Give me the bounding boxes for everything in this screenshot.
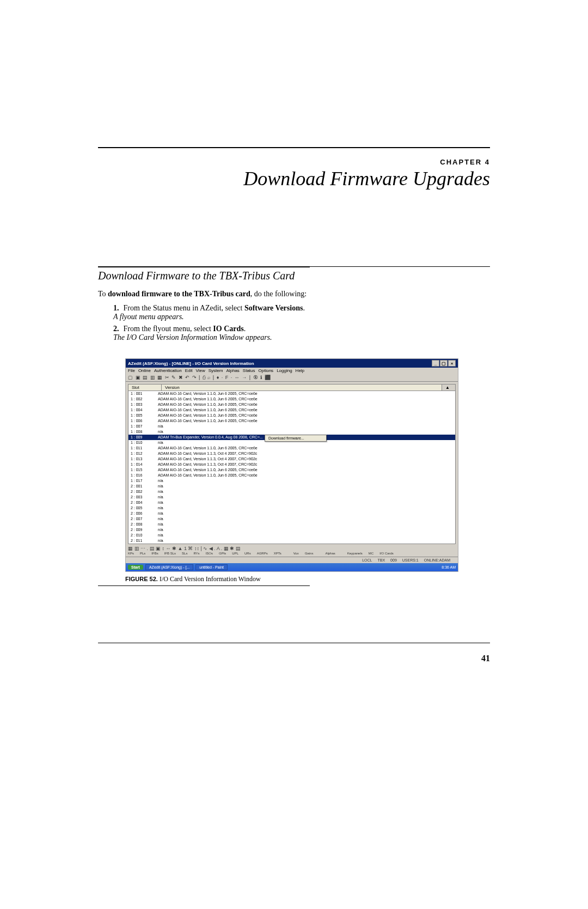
table-row[interactable]: 2 : 008n/a bbox=[128, 522, 455, 527]
menu-item[interactable]: Help bbox=[296, 368, 304, 373]
toolbar-label: SLs bbox=[182, 552, 187, 555]
cell-slot: 1 : 016 bbox=[131, 473, 158, 478]
minimize-button[interactable]: _ bbox=[432, 360, 439, 367]
table-row[interactable]: 1 : 014ADAM AIO-16 Card, Version 1.1.3, … bbox=[128, 462, 455, 467]
step-text-end: . bbox=[244, 325, 246, 333]
cell-version: n/a bbox=[158, 500, 453, 505]
toolbar-label: IFB SLs bbox=[164, 552, 176, 555]
table-row[interactable]: 2 : 005n/a bbox=[128, 505, 455, 511]
menu-item[interactable]: Authentication bbox=[154, 368, 182, 373]
close-button[interactable]: × bbox=[448, 360, 456, 367]
table-row[interactable]: 1 : 004ADAM AIO-16 Card, Version 1.1.0, … bbox=[128, 407, 455, 413]
menu-item[interactable]: Status bbox=[243, 368, 255, 373]
bottom-toolbar[interactable]: ▦ ▥ ⋯ . ▤ ▣ ↕ ↔ ✱ ▲ 1 ⌘ ↕↕ | ∿ ◀ . A . ▦… bbox=[126, 544, 458, 552]
table-row[interactable]: 1 : 013ADAM AIO-16 Card, Version 1.1.3, … bbox=[128, 456, 455, 462]
toolbar-label: I/O Cards bbox=[379, 552, 394, 555]
taskbar-task[interactable]: untitled - Paint bbox=[195, 564, 228, 570]
toolbar-label: KPs bbox=[128, 552, 134, 555]
toolbar-label: RYs bbox=[193, 552, 199, 555]
cell-version: ADAM AIO-16 Card, Version 1.1.0, Jun 6 2… bbox=[158, 391, 453, 396]
table-row[interactable]: 2 : 011n/a bbox=[128, 538, 455, 544]
menu-item[interactable]: File bbox=[128, 368, 135, 373]
menu-item[interactable]: Edit bbox=[185, 368, 193, 373]
toolbar-label: UPL bbox=[232, 552, 238, 555]
table-row[interactable]: 1 : 003ADAM AIO-16 Card, Version 1.1.0, … bbox=[128, 402, 455, 407]
table-row[interactable]: 1 : 008n/a bbox=[128, 429, 455, 435]
cell-slot: 1 : 014 bbox=[131, 462, 158, 467]
top-rule bbox=[98, 147, 490, 148]
status-field: LOCL bbox=[362, 558, 372, 562]
cell-slot: 1 : 005 bbox=[131, 413, 158, 418]
table-row[interactable]: 1 : 011ADAM AIO-16 Card, Version 1.1.0, … bbox=[128, 446, 455, 451]
table-row[interactable]: 2 : 003n/a bbox=[128, 495, 455, 500]
col-version[interactable]: Version bbox=[162, 385, 442, 391]
col-slot[interactable]: Slot bbox=[128, 385, 162, 391]
chapter-label: CHAPTER 4 bbox=[98, 158, 490, 166]
cell-slot: 2 : 012 bbox=[131, 544, 158, 544]
table-row[interactable]: 2 : 001n/a bbox=[128, 484, 455, 489]
table-row[interactable]: 2 : 002n/a bbox=[128, 489, 455, 495]
table-row[interactable]: 2 : 004n/a bbox=[128, 500, 455, 505]
cell-slot: 1 : 009 bbox=[131, 435, 158, 440]
menu-item[interactable]: System bbox=[209, 368, 223, 373]
cell-slot: 2 : 001 bbox=[131, 484, 158, 489]
table-row[interactable]: 1 : 012ADAM AIO-16 Card, Version 1.1.3, … bbox=[128, 451, 455, 456]
table-row[interactable]: 2 : 006n/a bbox=[128, 511, 455, 516]
status-field: 009 bbox=[390, 558, 397, 562]
menu-item[interactable]: Alphas bbox=[226, 368, 239, 373]
list-body[interactable]: 1 : 001ADAM AIO-16 Card, Version 1.1.0, … bbox=[128, 391, 456, 544]
menu-item[interactable]: Logging bbox=[277, 368, 292, 373]
intro-prefix: To bbox=[98, 290, 108, 298]
table-row[interactable]: 2 : 007n/a bbox=[128, 516, 455, 522]
cell-version: n/a bbox=[158, 505, 453, 511]
cell-version: ADAM AIO-16 Card, Version 1.1.3, Oct 4 2… bbox=[158, 451, 453, 456]
cell-version: n/a bbox=[158, 484, 453, 489]
toolbar-label: URs bbox=[244, 552, 251, 555]
cell-version: ADAM AIO-16 Card, Version 1.1.0, Jun 6 2… bbox=[158, 413, 453, 418]
cell-version: ADAM AIO-16 Card, Version 1.1.0, Jun 6 2… bbox=[158, 402, 453, 407]
section-title: Download Firmware to the TBX-Tribus Card bbox=[98, 270, 490, 282]
context-menu-item[interactable]: Download firmware... bbox=[265, 435, 327, 442]
table-row[interactable]: 1 : 007n/a bbox=[128, 424, 455, 429]
maximize-button[interactable]: ▢ bbox=[440, 360, 448, 367]
table-row[interactable]: 2 : 009n/a bbox=[128, 527, 455, 533]
table-row[interactable]: 1 : 001ADAM AIO-16 Card, Version 1.1.0, … bbox=[128, 391, 455, 396]
statusbar: LOCLTBX009USERS:1ONLINE:ADAM bbox=[126, 557, 458, 563]
start-button[interactable]: Start bbox=[128, 565, 143, 570]
figure-text: I/O Card Version Information Window bbox=[158, 575, 261, 583]
cell-version: n/a bbox=[158, 429, 453, 435]
step-bold: Software Versions bbox=[244, 304, 303, 312]
titlebar[interactable]: AZedit (ASF:Xiong) - [ONLINE] - I/O Card… bbox=[126, 359, 458, 368]
cell-version: ADAM AIO-16 Card, Version 1.1.3, Oct 4 2… bbox=[158, 462, 453, 467]
page-number: 41 bbox=[481, 654, 490, 663]
menu-item[interactable]: Options bbox=[259, 368, 274, 373]
cell-slot: 2 : 004 bbox=[131, 500, 158, 505]
cell-slot: 1 : 004 bbox=[131, 407, 158, 413]
window-buttons: _ ▢ × bbox=[432, 360, 456, 367]
table-row[interactable]: 1 : 002ADAM AIO-16 Card, Version 1.1.0, … bbox=[128, 396, 455, 402]
table-row[interactable]: 1 : 006ADAM AIO-16 Card, Version 1.1.0, … bbox=[128, 418, 455, 424]
table-row[interactable]: 2 : 012n/a bbox=[128, 544, 455, 544]
screenshot-window: AZedit (ASF:Xiong) - [ONLINE] - I/O Card… bbox=[125, 358, 458, 572]
steps-list: 1.From the Status menu in AZedit, select… bbox=[98, 304, 490, 342]
toolbar[interactable]: ▢ ▣ ▤ ▥ ▦ ✂ ✎ ✖ ↶ ↷ | ⎙ ⌕ | ♦ · F · ↔ → … bbox=[126, 374, 458, 382]
status-field: TBX bbox=[377, 558, 385, 562]
cell-version: n/a bbox=[158, 489, 453, 495]
table-row[interactable]: 1 : 005ADAM AIO-16 Card, Version 1.1.0, … bbox=[128, 413, 455, 418]
cell-slot: 1 : 002 bbox=[131, 396, 158, 402]
table-row[interactable]: 1 : 015ADAM AIO-16 Card, Version 1.1.0, … bbox=[128, 467, 455, 473]
cell-version: ADAM AIO-16 Card, Version 1.1.3, Oct 4 2… bbox=[158, 456, 453, 462]
table-row[interactable]: 2 : 010n/a bbox=[128, 533, 455, 538]
step-2: 2.From the flyout menu, select IO Cards.… bbox=[113, 325, 490, 342]
menu-item[interactable]: View bbox=[196, 368, 205, 373]
table-row[interactable]: 1 : 017n/a bbox=[128, 478, 455, 484]
menu-item[interactable]: Online bbox=[138, 368, 151, 373]
status-field: USERS:1 bbox=[402, 558, 419, 562]
toolbar-label: PLs bbox=[140, 552, 145, 555]
table-row[interactable]: 1 : 016ADAM AIO-16 Card, Version 1.1.0, … bbox=[128, 473, 455, 478]
step-bold: IO Cards bbox=[213, 325, 243, 333]
status-field: ONLINE:ADAM bbox=[424, 558, 450, 562]
taskbar-task[interactable]: AZedit (ASF:Xiong) - [... bbox=[145, 564, 193, 570]
intro-suffix: , do the following: bbox=[250, 290, 307, 298]
toolbar-label: ISOs bbox=[206, 552, 213, 555]
